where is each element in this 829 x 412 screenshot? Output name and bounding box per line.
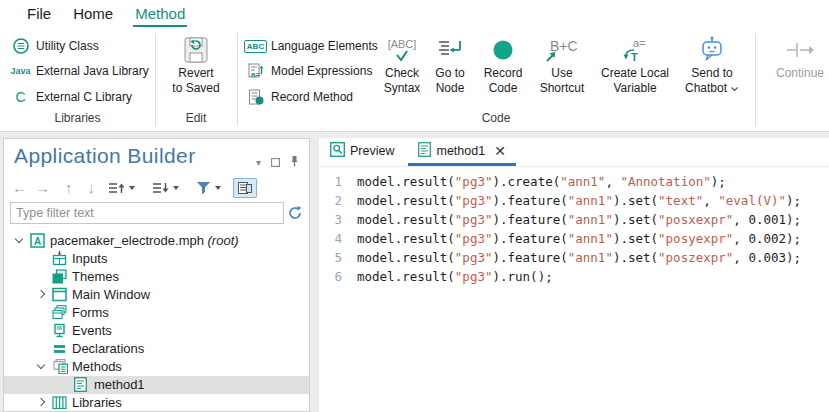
forward-button[interactable]: →: [35, 178, 50, 198]
tab-file[interactable]: File: [25, 0, 53, 27]
svg-text:a=: a=: [633, 37, 646, 49]
line-number: 2: [319, 191, 342, 210]
go-to-node-label: Go to Node: [427, 66, 473, 96]
ribbon-tab-bar: File Home Method: [0, 0, 205, 27]
tree-item-label: Main Window: [72, 286, 150, 304]
record-method-icon: [246, 88, 265, 106]
continue-icon: [785, 33, 815, 66]
send-to-chatbot-icon: [699, 33, 725, 66]
create-local-variable-button[interactable]: a=T Create Local Variable: [598, 33, 672, 96]
model-expressions-button[interactable]: a= Model Expressions: [246, 60, 372, 82]
language-elements-icon: ABC: [246, 40, 265, 53]
java-icon: Java: [11, 66, 30, 76]
svg-text:T: T: [631, 51, 638, 63]
tab-method1-label: method1: [436, 144, 485, 158]
move-up-button[interactable]: [108, 181, 135, 195]
tree-item-pacemaker-electrode-mph[interactable]: Apacemaker_electrode.mph (root): [4, 232, 309, 250]
chevron-collapsed-icon[interactable]: [37, 290, 45, 298]
continue-label: Continue: [776, 66, 824, 81]
libraries-icon: [52, 395, 67, 411]
code-line[interactable]: 6model.result("pg3").run();: [319, 267, 829, 286]
tree-item-themes[interactable]: Themes: [4, 268, 309, 286]
language-elements-button[interactable]: ABC Language Elements: [246, 35, 378, 57]
application-builder-panel: Application Builder ▾ ← → ↑ ↓: [3, 138, 310, 412]
panel-menu-chevron-icon[interactable]: ▾: [256, 157, 261, 168]
tab-preview-label: Preview: [350, 144, 394, 158]
code-line[interactable]: 5model.result("pg3").feature("ann1").set…: [319, 248, 829, 267]
tree-item-methods[interactable]: Methods: [4, 358, 309, 376]
record-method-button[interactable]: Record Method: [246, 86, 353, 108]
tree-item-label: Declarations: [72, 340, 144, 358]
use-shortcut-button[interactable]: B+C Use Shortcut: [533, 33, 591, 96]
create-local-variable-label: Create Local Variable: [598, 66, 672, 96]
tree-item-label: Libraries: [72, 394, 122, 411]
tree-item-forms[interactable]: Forms: [4, 304, 309, 322]
svg-text:B+C: B+C: [550, 38, 578, 54]
panel-pin-icon[interactable]: [290, 153, 299, 171]
external-c-library-label: External C Library: [36, 90, 132, 104]
chevron-expanded-icon[interactable]: [37, 361, 45, 369]
tab-preview[interactable]: Preview: [322, 138, 402, 166]
record-method-label: Record Method: [271, 90, 353, 104]
refresh-icon[interactable]: [287, 205, 303, 225]
send-to-chatbot-button[interactable]: Send to Chatbot: [679, 33, 745, 96]
revert-to-saved-button[interactable]: Revertto Saved: [168, 33, 224, 96]
code-line[interactable]: 4model.result("pg3").feature("ann1").set…: [319, 229, 829, 248]
tree-item-suffix: (root): [204, 233, 239, 248]
panel-float-icon[interactable]: [271, 153, 280, 171]
chevron-collapsed-icon[interactable]: [37, 398, 45, 406]
back-button[interactable]: ←: [12, 178, 27, 198]
use-shortcut-icon: B+C: [542, 33, 582, 66]
code-area[interactable]: 1model.result("pg3").create("ann1", "Ann…: [319, 167, 829, 412]
utility-class-button[interactable]: Utility Class: [11, 35, 99, 57]
filter-input[interactable]: [10, 202, 284, 224]
tree-item-libraries[interactable]: Libraries: [4, 394, 309, 411]
group-separator: [755, 33, 756, 126]
tree-item-declarations[interactable]: Declarations: [4, 340, 309, 358]
continue-button: Continue: [770, 33, 829, 81]
code-editor-panel: Preview method1 ✕ 1model.result("pg3").c…: [319, 138, 829, 412]
tree-item-label: Forms: [72, 304, 109, 322]
tab-method[interactable]: Method: [133, 0, 187, 27]
tree-item-label: method1: [94, 376, 145, 394]
code-line[interactable]: 1model.result("pg3").create("ann1", "Ann…: [319, 172, 829, 191]
toggle-panel-button[interactable]: [233, 178, 257, 198]
move-down-button[interactable]: [152, 181, 179, 195]
move-down-dropdown-icon[interactable]: [173, 186, 179, 190]
record-code-label: Record Code: [478, 66, 528, 96]
go-to-node-button[interactable]: Go to Node: [427, 33, 473, 96]
filter-button[interactable]: [196, 181, 221, 195]
filter-dropdown-icon[interactable]: [215, 186, 221, 190]
close-tab-icon[interactable]: ✕: [494, 144, 506, 158]
down-button[interactable]: ↓: [88, 178, 96, 198]
code-lines: 1model.result("pg3").create("ann1", "Ann…: [319, 172, 829, 286]
line-number: 3: [319, 210, 342, 229]
language-elements-label: Language Elements: [271, 39, 378, 53]
tab-method1[interactable]: method1 ✕: [408, 138, 515, 166]
code-line[interactable]: 3model.result("pg3").feature("ann1").set…: [319, 210, 829, 229]
tree-item-events[interactable]: Events: [4, 322, 309, 340]
move-up-dropdown-icon[interactable]: [129, 186, 135, 190]
line-number: 1: [319, 172, 342, 191]
code-line[interactable]: 2model.result("pg3").feature("ann1").set…: [319, 191, 829, 210]
check-syntax-button[interactable]: [ABC] Check Syntax: [379, 33, 425, 96]
tab-home[interactable]: Home: [71, 0, 115, 27]
tree-item-label: Methods: [72, 358, 122, 376]
tree-item-label: Themes: [72, 268, 119, 286]
tree-item-label: pacemaker_electrode.mph (root): [50, 232, 239, 250]
tree-item-inputs[interactable]: Inputs: [4, 250, 309, 268]
external-c-library-button[interactable]: C External C Library: [11, 86, 132, 108]
tree-item-main-window[interactable]: Main Window: [4, 286, 309, 304]
up-button[interactable]: ↑: [65, 178, 73, 198]
model-expressions-label: Model Expressions: [271, 64, 372, 78]
chevron-expanded-icon[interactable]: [15, 235, 23, 243]
external-java-library-label: External Java Library: [36, 64, 149, 78]
ribbon-group-label-libraries: Libraries: [0, 111, 155, 125]
record-code-button[interactable]: Record Code: [478, 33, 528, 96]
revert-to-saved-label: Revertto Saved: [172, 66, 219, 96]
tree-item-method1[interactable]: method1: [4, 376, 309, 394]
line-number: 6: [319, 267, 342, 286]
record-code-icon: [493, 33, 513, 66]
svg-text:a=: a=: [251, 70, 260, 79]
external-java-library-button[interactable]: Java External Java Library: [11, 60, 149, 82]
